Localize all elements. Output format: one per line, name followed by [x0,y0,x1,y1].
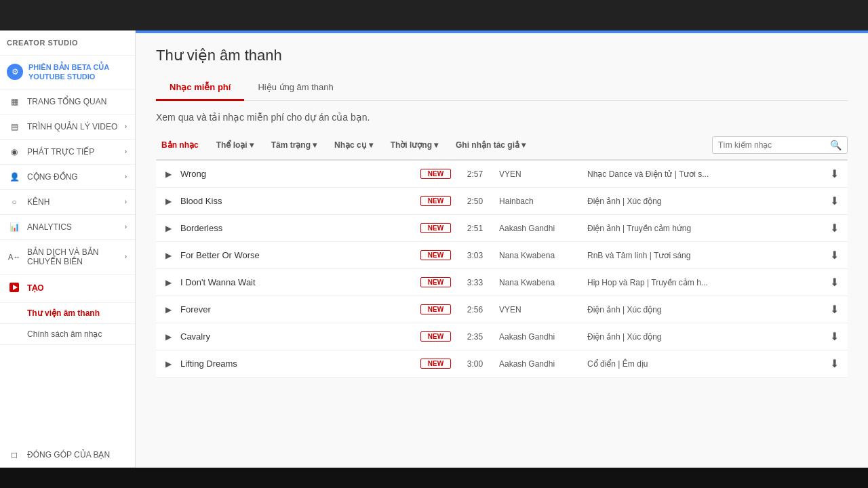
play-button[interactable]: ▶ [156,332,180,342]
chevron-right-icon: › [125,148,127,155]
play-button[interactable]: ▶ [156,278,180,287]
column-header-attribution[interactable]: Ghi nhận tác giả ▾ [450,136,531,154]
sidebar-item-dashboard[interactable]: ▦ TRANG TỔNG QUAN [0,89,135,115]
download-button[interactable]: ⬇ [821,276,848,289]
song-artist: Aakash Gandhi [494,224,582,233]
song-duration: 3:03 [456,251,494,260]
sidebar-item-label: KÊNH [27,197,118,207]
chevron-right-icon: › [125,123,127,130]
chevron-right-icon: › [125,253,127,260]
song-duration: 2:57 [456,169,494,179]
play-button[interactable]: ▶ [156,169,180,179]
column-header-instrument[interactable]: Nhạc cụ ▾ [329,136,378,154]
song-attribution: Hip Hop và Rap | Truyền cảm h... [582,278,821,287]
download-button[interactable]: ⬇ [821,249,848,262]
tab-sound-effects[interactable]: Hiệu ứng âm thanh [244,75,347,101]
sidebar-item-label: BẢN DỊCH VÀ BẢN CHUYỂN BIÊN [27,247,118,266]
bottom-bar [0,468,868,488]
sidebar-item-label: CỘNG ĐỒNG [27,172,118,182]
table-row: ▶ Wrong NEW 2:57 VYEN Nhạc Dance và Điện… [156,161,848,188]
table-row: ▶ For Better Or Worse NEW 3:03 Nana Kwab… [156,242,848,269]
song-attribution: Nhạc Dance và Điện tử | Tươi s... [582,169,821,179]
sidebar-item-translations[interactable]: A↔ BẢN DỊCH VÀ BẢN CHUYỂN BIÊN › [0,240,135,274]
sidebar-sub-audio-policy[interactable]: Chính sách âm nhạc [0,324,135,345]
chevron-down-icon: ▾ [250,140,254,150]
search-icon[interactable]: 🔍 [830,140,842,150]
column-header-song[interactable]: Bản nhạc [156,136,204,154]
column-header-genre[interactable]: Thể loại ▾ [211,136,259,154]
sidebar-item-label: TRÌNH QUẢN LÝ VIDEO [27,122,118,131]
sidebar-item-video-manager[interactable]: ▤ TRÌNH QUẢN LÝ VIDEO › [0,115,135,140]
sidebar-item-live[interactable]: ◉ PHÁT TRỰC TIẾP › [0,140,135,165]
table-controls: Bản nhạc Thể loại ▾ Tâm trạng ▾ Nhạc cụ … [156,136,848,154]
play-button[interactable]: ▶ [156,359,180,369]
song-name: Cavalry [180,331,420,342]
play-button[interactable]: ▶ [156,305,180,314]
dashboard-icon: ▦ [8,97,20,106]
song-duration: 2:35 [456,332,494,342]
sidebar-item-analytics[interactable]: 📊 ANALYTICS › [0,215,135,240]
table-row: ▶ Forever NEW 2:56 VYEN Điện ảnh | Xúc đ… [156,296,848,323]
song-name: For Better Or Worse [180,250,420,260]
song-attribution: RnB và Tâm linh | Tươi sáng [582,251,821,260]
play-button[interactable]: ▶ [156,197,180,206]
sidebar-item-community[interactable]: 👤 CỘNG ĐỒNG › [0,165,135,190]
song-name: Blood Kiss [180,196,420,206]
table-row: ▶ Blood Kiss NEW 2:50 Hainbach Điện ảnh … [156,188,848,215]
sidebar-item-label: PHÁT TRỰC TIẾP [27,147,118,157]
song-duration: 2:56 [456,305,494,314]
sidebar-item-create[interactable]: TẠO [0,274,135,303]
sidebar-item-label: ANALYTICS [27,222,118,232]
column-header-duration[interactable]: Thời lượng ▾ [385,136,443,154]
community-icon: 👤 [8,172,20,182]
download-button[interactable]: ⬇ [821,167,848,180]
sidebar-sub-audio-library[interactable]: Thư viện âm thanh [0,303,135,324]
new-badge: NEW [420,250,451,260]
download-button[interactable]: ⬇ [821,303,848,316]
chevron-right-icon: › [125,198,127,205]
sidebar-logo: CREATOR STUDIO [0,30,135,56]
sidebar-item-channel[interactable]: ○ KÊNH › [0,190,135,215]
tab-bar: Nhạc miễn phí Hiệu ứng âm thanh [156,75,848,101]
song-name: I Don't Wanna Wait [180,277,420,287]
song-artist: Hainbach [494,197,582,206]
sidebar-item-label: TẠO [27,283,127,293]
sidebar-item-label: TRANG TỔNG QUAN [27,97,127,106]
new-badge: NEW [420,196,451,206]
sidebar-beta-section[interactable]: ⚙ PHIÊN BẢN BETA CỦA YOUTUBE STUDIO [0,56,135,89]
song-artist: VYEN [494,169,582,179]
column-header-mood[interactable]: Tâm trạng ▾ [266,136,322,154]
song-name: Forever [180,304,420,314]
song-attribution: Điện ảnh | Truyền cảm hứng [582,224,821,233]
song-artist: Nana Kwabena [494,278,582,287]
tab-free-music[interactable]: Nhạc miễn phí [156,75,244,101]
table-row: ▶ Borderless NEW 2:51 Aakash Gandhi Điện… [156,215,848,242]
table-row: ▶ I Don't Wanna Wait NEW 3:33 Nana Kwabe… [156,269,848,296]
analytics-icon: 📊 [8,222,20,232]
download-button[interactable]: ⬇ [821,357,848,370]
search-input[interactable] [718,140,830,150]
download-button[interactable]: ⬇ [821,222,848,235]
search-box[interactable]: 🔍 [712,136,848,154]
song-duration: 2:51 [456,224,494,233]
download-button[interactable]: ⬇ [821,195,848,207]
contribution-icon: ◻ [8,450,20,460]
translations-icon: A↔ [8,253,20,261]
chevron-down-icon: ▾ [521,140,526,150]
sidebar: CREATOR STUDIO ⚙ PHIÊN BẢN BETA CỦA YOUT… [0,30,136,468]
beta-text: PHIÊN BẢN BETA CỦA YOUTUBE STUDIO [28,62,109,82]
song-duration: 3:33 [456,278,494,287]
table-row: ▶ Lifting Dreams NEW 3:00 Aakash Gandhi … [156,350,848,378]
download-button[interactable]: ⬇ [821,330,848,343]
subtitle-text: Xem qua và tải nhạc miễn phí cho dự án c… [156,112,848,123]
song-artist: Aakash Gandhi [494,332,582,342]
song-attribution: Điện ảnh | Xúc động [582,197,821,206]
table-row: ▶ Cavalry NEW 2:35 Aakash Gandhi Điện ản… [156,323,848,350]
sidebar-item-contribution[interactable]: ◻ ĐÓNG GÓP CỦA BẠN [0,443,135,468]
new-badge: NEW [420,304,451,314]
play-button[interactable]: ▶ [156,224,180,233]
sidebar-item-label: ĐÓNG GÓP CỦA BẠN [27,450,127,460]
play-button[interactable]: ▶ [156,251,180,260]
live-icon: ◉ [8,147,20,157]
song-attribution: Cổ điển | Êm dịu [582,359,821,369]
